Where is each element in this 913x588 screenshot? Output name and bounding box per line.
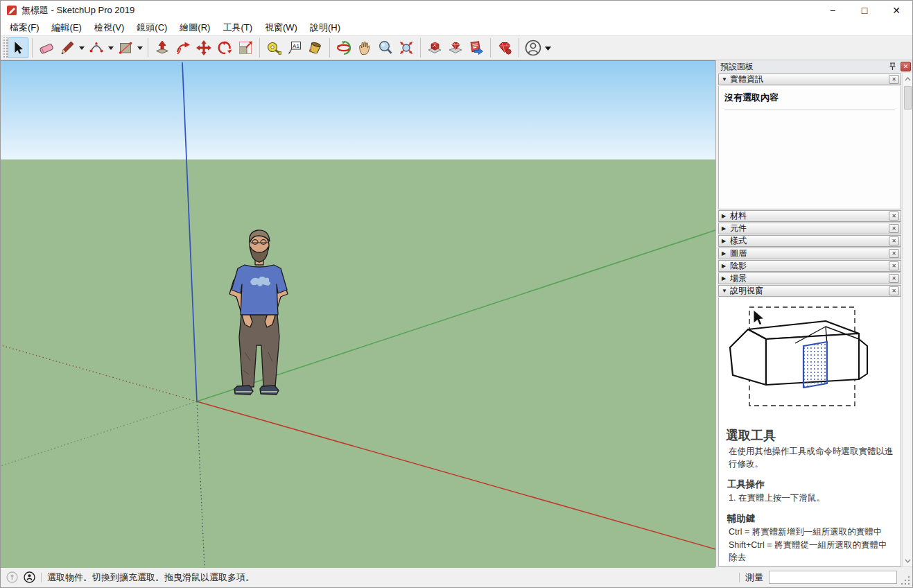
- section-close-button[interactable]: ✕: [889, 75, 899, 84]
- 3d-warehouse-icon: [426, 40, 443, 56]
- eraser-tool-button[interactable]: [36, 37, 57, 58]
- toolbar-separator: [148, 38, 148, 58]
- pin-button[interactable]: [887, 62, 898, 72]
- extension-manager-icon: [496, 40, 513, 56]
- line-tool-dropdown[interactable]: [78, 37, 86, 58]
- move-tool-icon: [195, 40, 212, 56]
- window-title: 無標題 - SketchUp Pro 2019: [21, 4, 134, 17]
- rectangle-tool-dropdown[interactable]: [136, 37, 144, 58]
- chevron-down-icon: [545, 46, 551, 51]
- menu-help[interactable]: 說明(H): [304, 20, 347, 35]
- status-bar: 選取物件。切換到擴充選取。拖曳滑鼠以選取多項。 測量: [1, 567, 912, 587]
- text-tool-icon: A1: [286, 40, 303, 56]
- triangle-right-icon: ▶: [722, 213, 730, 219]
- panel-close-button[interactable]: ✕: [901, 62, 911, 71]
- menu-edit[interactable]: 編輯(E): [46, 20, 88, 35]
- paint-bucket-tool-button[interactable]: [305, 37, 326, 58]
- share-model-icon: [447, 40, 464, 56]
- panel-scrollbar[interactable]: [902, 73, 912, 567]
- section-close-button[interactable]: ✕: [889, 261, 899, 270]
- extension-warehouse-button[interactable]: [466, 37, 487, 58]
- menu-camera[interactable]: 鏡頭(C): [130, 20, 173, 35]
- credits-icon[interactable]: [24, 571, 35, 583]
- arc-tool-button[interactable]: [86, 37, 107, 58]
- line-tool-button[interactable]: [57, 37, 78, 58]
- scrollbar-thumb[interactable]: [904, 86, 912, 110]
- status-message: 選取物件。切換到擴充選取。拖曳滑鼠以選取多項。: [47, 571, 733, 584]
- orbit-tool-icon: [336, 40, 352, 56]
- minimize-button[interactable]: −: [817, 1, 849, 20]
- menu-file[interactable]: 檔案(F): [3, 20, 46, 35]
- scale-tool-button[interactable]: [235, 37, 256, 58]
- viewport[interactable]: [1, 60, 715, 567]
- scale-tool-icon: [237, 40, 254, 56]
- user-account-button[interactable]: [523, 37, 544, 58]
- rotate-tool-button[interactable]: [214, 37, 235, 58]
- menu-bar: 檔案(F) 編輯(E) 檢視(V) 鏡頭(C) 繪圖(R) 工具(T) 視窗(W…: [1, 20, 912, 35]
- section-styles[interactable]: ▶ 樣式 ✕: [718, 235, 901, 247]
- section-instructor[interactable]: ▼ 說明視窗 ✕: [718, 285, 901, 297]
- follow-me-tool-button[interactable]: [173, 37, 193, 58]
- line-tool-icon: [59, 40, 76, 56]
- section-label: 場景: [730, 273, 889, 284]
- zoom-extents-tool-icon: [398, 40, 415, 56]
- divider: [41, 573, 42, 582]
- toolbar-drag-handle[interactable]: [2, 37, 8, 58]
- push-pull-tool-button[interactable]: [152, 37, 173, 58]
- share-model-button[interactable]: [445, 37, 466, 58]
- section-close-button[interactable]: ✕: [889, 224, 899, 233]
- section-entity-info[interactable]: ▼ 實體資訊 ✕: [718, 74, 901, 85]
- panel-title: 預設面板: [720, 61, 887, 73]
- orbit-tool-button[interactable]: [333, 37, 354, 58]
- toolbar-separator: [32, 38, 33, 58]
- zoom-tool-button[interactable]: [375, 37, 396, 58]
- pan-tool-button[interactable]: [354, 37, 375, 58]
- close-button[interactable]: ✕: [880, 1, 912, 20]
- resize-grip[interactable]: [900, 574, 911, 585]
- scroll-up-button[interactable]: [903, 73, 913, 85]
- user-account-dropdown[interactable]: [544, 37, 552, 58]
- 3d-warehouse-button[interactable]: [424, 37, 445, 58]
- entity-info-content: 沒有選取內容: [718, 86, 901, 209]
- section-layers[interactable]: ▶ 圖層 ✕: [718, 248, 901, 259]
- menu-tools[interactable]: 工具(T): [216, 20, 259, 35]
- zoom-extents-tool-button[interactable]: [396, 37, 417, 58]
- arc-tool-dropdown[interactable]: [107, 37, 115, 58]
- measurements-input[interactable]: [769, 571, 897, 584]
- scroll-down-button[interactable]: [903, 555, 913, 567]
- move-tool-button[interactable]: [193, 37, 214, 58]
- triangle-right-icon: ▶: [722, 263, 730, 269]
- sketchup-logo-icon: [6, 5, 17, 16]
- text-tool-button[interactable]: A1: [284, 37, 305, 58]
- section-close-button[interactable]: ✕: [889, 274, 899, 283]
- section-close-button[interactable]: ✕: [889, 236, 899, 245]
- geolocation-icon[interactable]: [6, 571, 18, 583]
- section-label: 說明視窗: [730, 285, 889, 297]
- section-scenes[interactable]: ▶ 場景 ✕: [718, 273, 901, 284]
- select-tool-button[interactable]: [8, 37, 28, 58]
- rotate-tool-icon: [216, 40, 233, 56]
- panel-title-bar[interactable]: 預設面板 ✕: [716, 60, 912, 73]
- chevron-down-icon: [79, 46, 85, 50]
- triangle-right-icon: ▶: [722, 250, 730, 257]
- extension-manager-button[interactable]: [494, 37, 515, 58]
- maximize-button[interactable]: □: [849, 1, 880, 20]
- section-materials[interactable]: ▶ 材料 ✕: [718, 210, 901, 222]
- rectangle-tool-button[interactable]: [115, 37, 136, 58]
- section-close-button[interactable]: ✕: [889, 286, 899, 295]
- divider: [739, 573, 740, 582]
- instructor-modifier-line: Ctrl = 將實體新增到一組所選取的實體中: [729, 526, 894, 538]
- section-label: 陰影: [730, 260, 889, 272]
- section-shadows[interactable]: ▶ 陰影 ✕: [718, 260, 901, 272]
- section-close-button[interactable]: ✕: [889, 211, 899, 220]
- chevron-up-icon: [905, 77, 911, 81]
- section-label: 元件: [730, 223, 889, 234]
- menu-draw[interactable]: 繪圖(R): [173, 20, 216, 35]
- menu-window[interactable]: 視窗(W): [259, 20, 304, 35]
- menu-view[interactable]: 檢視(V): [88, 20, 130, 35]
- tape-measure-tool-button[interactable]: [263, 37, 284, 58]
- toolbar-separator: [490, 38, 491, 58]
- section-components[interactable]: ▶ 元件 ✕: [718, 223, 901, 234]
- chevron-down-icon: [108, 46, 114, 50]
- section-close-button[interactable]: ✕: [889, 249, 899, 258]
